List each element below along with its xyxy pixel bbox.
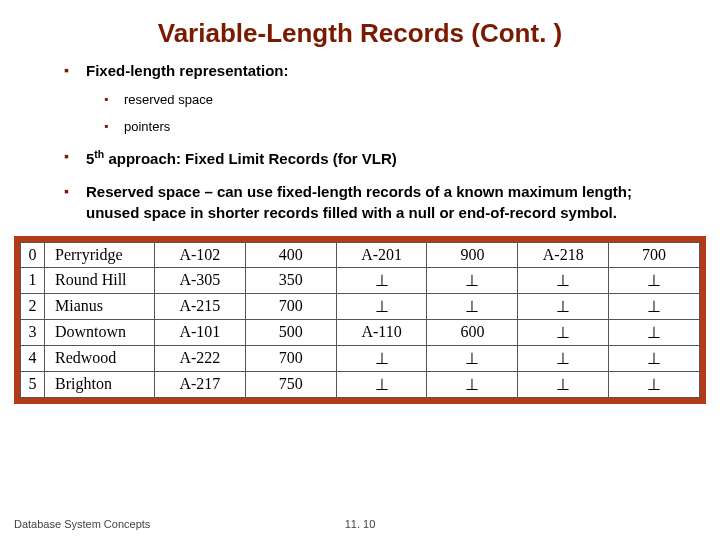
cell-null: ⊥ [336,345,427,371]
bullet-text-post: approach: Fixed Limit Records (for VLR) [104,150,397,167]
cell-name: Mianus [45,293,155,319]
cell-index: 5 [21,371,45,397]
cell-value: 600 [427,319,518,345]
cell-value: 500 [245,319,336,345]
cell-null: ⊥ [609,293,700,319]
table-row: 3 Downtown A-101 500 A-110 600 ⊥ ⊥ [21,319,700,345]
slide-body: Fixed-length representation: reserved sp… [0,61,720,224]
cell-null: ⊥ [609,371,700,397]
cell-index: 1 [21,267,45,293]
cell-null: ⊥ [518,371,609,397]
cell-code: A-217 [155,371,246,397]
cell-index: 2 [21,293,45,319]
cell-code: A-218 [518,242,609,267]
cell-null: ⊥ [518,345,609,371]
table-row: 0 Perryridge A-102 400 A-201 900 A-218 7… [21,242,700,267]
slide-footer: Database System Concepts 11. 10 [14,518,706,530]
cell-index: 0 [21,242,45,267]
cell-code: A-222 [155,345,246,371]
cell-code: A-305 [155,267,246,293]
table-row: 5 Brighton A-217 750 ⊥ ⊥ ⊥ ⊥ [21,371,700,397]
subbullet-reserved-space: reserved space [104,92,680,109]
records-table: 0 Perryridge A-102 400 A-201 900 A-218 7… [20,242,700,398]
table-row: 1 Round Hill A-305 350 ⊥ ⊥ ⊥ ⊥ [21,267,700,293]
bullet-text: Fixed-length representation: [86,62,289,79]
cell-null: ⊥ [427,293,518,319]
cell-null: ⊥ [609,319,700,345]
ordinal-sup: th [94,148,104,160]
cell-null: ⊥ [518,319,609,345]
cell-code: A-215 [155,293,246,319]
cell-value: 700 [245,293,336,319]
cell-code: A-102 [155,242,246,267]
cell-name: Downtown [45,319,155,345]
cell-null: ⊥ [336,293,427,319]
cell-code: A-101 [155,319,246,345]
cell-null: ⊥ [518,267,609,293]
bullet-5th-approach: 5th approach: Fixed Limit Records (for V… [64,147,680,170]
cell-null: ⊥ [427,267,518,293]
table-row: 4 Redwood A-222 700 ⊥ ⊥ ⊥ ⊥ [21,345,700,371]
cell-name: Round Hill [45,267,155,293]
footer-source: Database System Concepts [14,518,150,530]
cell-index: 3 [21,319,45,345]
cell-null: ⊥ [609,345,700,371]
cell-name: Brighton [45,371,155,397]
cell-value: 750 [245,371,336,397]
cell-null: ⊥ [336,267,427,293]
bullet-reserved-space-desc: Reserved space – can use fixed-length re… [64,182,680,223]
bullet-fixed-length: Fixed-length representation: reserved sp… [64,61,680,135]
subbullet-pointers: pointers [104,119,680,136]
footer-page-number: 11. 10 [345,518,376,530]
cell-value: 400 [245,242,336,267]
cell-null: ⊥ [427,345,518,371]
cell-name: Perryridge [45,242,155,267]
records-table-frame: 0 Perryridge A-102 400 A-201 900 A-218 7… [14,236,706,404]
cell-code: A-110 [336,319,427,345]
cell-index: 4 [21,345,45,371]
cell-value: 700 [609,242,700,267]
table-row: 2 Mianus A-215 700 ⊥ ⊥ ⊥ ⊥ [21,293,700,319]
cell-value: 700 [245,345,336,371]
cell-name: Redwood [45,345,155,371]
cell-value: 900 [427,242,518,267]
cell-null: ⊥ [336,371,427,397]
cell-code: A-201 [336,242,427,267]
cell-null: ⊥ [518,293,609,319]
cell-value: 350 [245,267,336,293]
slide-title: Variable-Length Records (Cont. ) [0,0,720,61]
cell-null: ⊥ [609,267,700,293]
cell-null: ⊥ [427,371,518,397]
